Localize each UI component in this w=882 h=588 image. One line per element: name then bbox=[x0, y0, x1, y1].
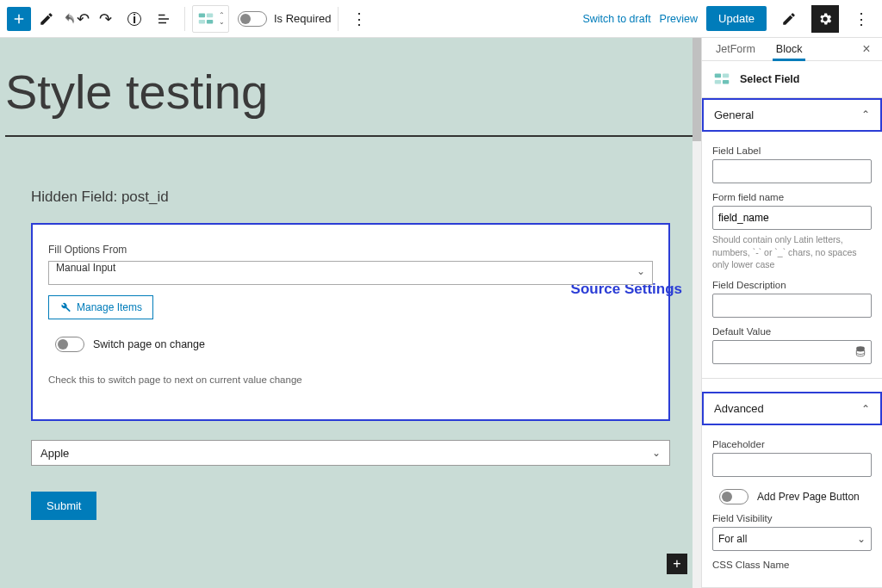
svg-rect-5 bbox=[723, 73, 729, 77]
info-button[interactable]: i bbox=[121, 5, 148, 33]
field-visibility-value: For all bbox=[718, 533, 747, 545]
close-sidebar-button[interactable]: × bbox=[854, 41, 879, 57]
add-prev-page-label: Add Prev Page Button bbox=[757, 491, 860, 503]
svg-rect-2 bbox=[199, 19, 205, 23]
field-description-label: Field Description bbox=[712, 280, 872, 290]
add-block-fab[interactable]: + bbox=[667, 554, 687, 574]
chevron-up-icon: ⌃ bbox=[861, 108, 870, 121]
is-required-toggle[interactable]: Is Required bbox=[238, 11, 331, 27]
manage-items-label: Manage Items bbox=[77, 301, 142, 313]
edit-icon[interactable] bbox=[33, 5, 60, 33]
section-general-title: General bbox=[714, 108, 754, 121]
svg-rect-7 bbox=[723, 80, 729, 84]
field-description-input[interactable] bbox=[712, 294, 872, 318]
editor-canvas: Style testing Hidden Field: post_id Sour… bbox=[0, 38, 701, 588]
fill-options-select[interactable]: Manual Input bbox=[48, 261, 653, 285]
add-block-button[interactable] bbox=[7, 7, 31, 31]
top-toolbar: ↶ ↷ i ⌃ ⌄ Is Required ⋮ Switch to draft … bbox=[0, 0, 882, 38]
css-class-label: CSS Class Name bbox=[712, 560, 872, 570]
fill-options-label: Fill Options From bbox=[48, 244, 653, 256]
move-down-icon[interactable]: ⌄ bbox=[219, 19, 225, 26]
is-required-label: Is Required bbox=[274, 12, 331, 25]
default-value-input[interactable] bbox=[712, 340, 872, 364]
svg-rect-1 bbox=[207, 13, 213, 17]
field-label-label: Field Label bbox=[712, 145, 872, 156]
manage-items-button[interactable]: Manage Items bbox=[48, 295, 153, 319]
outline-button[interactable] bbox=[150, 5, 177, 33]
chevron-up-icon: ⌃ bbox=[861, 403, 870, 415]
tab-jetform[interactable]: JetForm bbox=[705, 38, 766, 60]
select-field-preview[interactable]: Apple ⌄ bbox=[31, 440, 670, 466]
title-separator bbox=[5, 135, 696, 137]
undo-button[interactable]: ↶ bbox=[62, 5, 90, 33]
redo-button[interactable]: ↷ bbox=[91, 5, 119, 33]
select-field-icon bbox=[712, 70, 731, 89]
chevron-down-icon: ⌄ bbox=[652, 447, 661, 459]
wrench-icon bbox=[59, 301, 71, 313]
settings-sidebar: JetForm Block × Select Field General ⌃ F… bbox=[701, 38, 882, 588]
form-field-name-hint: Should contain only Latin letters, numbe… bbox=[712, 233, 872, 271]
top-more-button[interactable]: ⋮ bbox=[848, 5, 875, 33]
switch-to-draft-link[interactable]: Switch to draft bbox=[582, 13, 650, 25]
update-button[interactable]: Update bbox=[706, 6, 767, 31]
fill-options-value: Manual Input bbox=[56, 262, 115, 274]
tab-block[interactable]: Block bbox=[766, 38, 813, 60]
tools-icon[interactable] bbox=[775, 5, 803, 33]
svg-rect-3 bbox=[207, 19, 213, 23]
source-settings-panel: Fill Options From Manual Input Manage It… bbox=[31, 223, 670, 421]
section-general-header[interactable]: General ⌃ bbox=[702, 98, 882, 132]
add-prev-page-toggle[interactable] bbox=[719, 489, 748, 504]
block-type-title: Select Field bbox=[740, 73, 799, 85]
hidden-field-label[interactable]: Hidden Field: post_id bbox=[31, 189, 696, 206]
preview-link[interactable]: Preview bbox=[660, 13, 698, 25]
switch-page-label: Switch page on change bbox=[93, 338, 205, 350]
chevron-down-icon: ⌄ bbox=[857, 533, 866, 545]
block-type-group[interactable]: ⌃ ⌄ bbox=[192, 5, 229, 33]
svg-rect-0 bbox=[199, 13, 205, 17]
database-icon[interactable] bbox=[854, 345, 866, 360]
placeholder-input[interactable] bbox=[712, 453, 872, 477]
more-options-button[interactable]: ⋮ bbox=[345, 5, 373, 33]
canvas-scrollbar[interactable] bbox=[693, 38, 701, 588]
switch-page-toggle[interactable] bbox=[55, 337, 84, 352]
form-field-name-input[interactable] bbox=[712, 206, 872, 230]
settings-icon[interactable] bbox=[811, 5, 839, 33]
block-heading: Select Field bbox=[702, 61, 882, 98]
svg-rect-6 bbox=[715, 80, 721, 84]
form-block-icon bbox=[196, 9, 215, 28]
section-advanced-header[interactable]: Advanced ⌃ bbox=[702, 392, 882, 425]
svg-rect-4 bbox=[715, 73, 721, 77]
default-value-label: Default Value bbox=[712, 326, 872, 337]
field-visibility-label: Field Visibility bbox=[712, 513, 872, 523]
select-field-value: Apple bbox=[40, 447, 69, 460]
page-title[interactable]: Style testing bbox=[5, 64, 696, 120]
submit-button[interactable]: Submit bbox=[31, 492, 96, 520]
field-label-input[interactable] bbox=[712, 159, 872, 183]
field-visibility-select[interactable]: For all ⌄ bbox=[712, 527, 872, 551]
placeholder-label: Placeholder bbox=[712, 439, 872, 449]
form-field-name-label: Form field name bbox=[712, 192, 872, 202]
switch-page-hint: Check this to switch page to next on cur… bbox=[48, 374, 653, 385]
section-advanced-title: Advanced bbox=[714, 402, 764, 415]
